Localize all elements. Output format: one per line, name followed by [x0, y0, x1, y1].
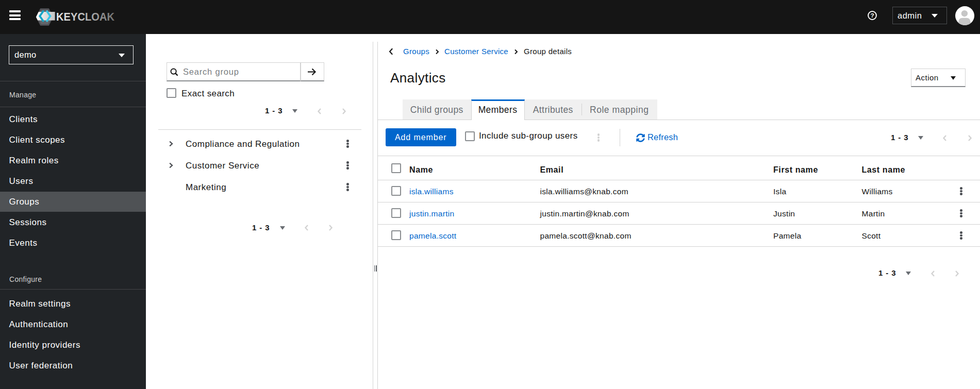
svg-text:?: ? [870, 12, 874, 19]
svg-text:KEYCLOAK: KEYCLOAK [56, 10, 114, 23]
